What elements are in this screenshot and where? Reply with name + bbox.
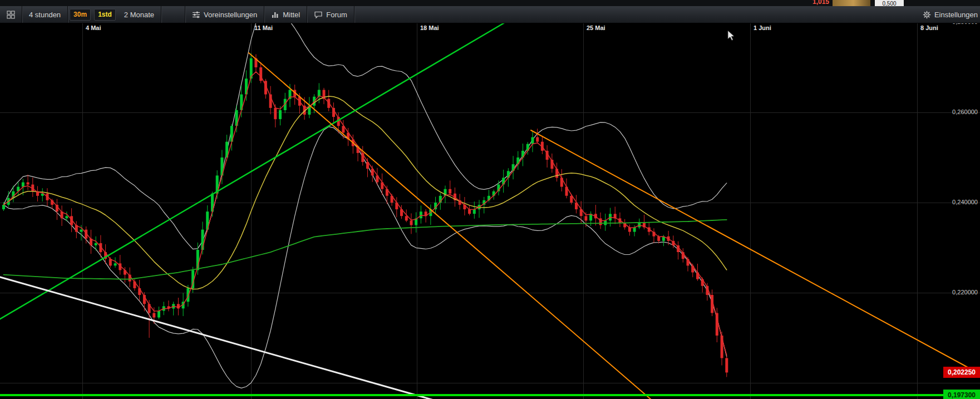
candle-body xyxy=(584,216,587,220)
candle-body xyxy=(725,358,728,373)
speech-bubble-icon xyxy=(314,11,323,19)
timeframe-1h-label: 1std xyxy=(98,11,112,18)
depth-bar-fragment xyxy=(833,0,870,6)
candle-body xyxy=(449,189,451,194)
candle-body xyxy=(65,216,68,218)
candle-body xyxy=(114,263,117,265)
candle-body xyxy=(279,110,282,119)
candle-body xyxy=(410,220,413,225)
timeframe-4h-button[interactable]: 4 stunden xyxy=(22,6,67,23)
forum-button[interactable]: Forum xyxy=(307,6,354,23)
downtrend-white-line[interactable] xyxy=(0,275,440,399)
layout-grid-button[interactable] xyxy=(0,6,22,23)
sliders-icon xyxy=(192,11,200,19)
candle-body xyxy=(152,313,155,318)
candle-body xyxy=(177,304,180,308)
timeframe-30m-button[interactable]: 30m xyxy=(70,9,91,21)
support-price-badge: 0,197300 xyxy=(943,390,980,399)
uptrend-green-line[interactable] xyxy=(0,17,515,327)
toolbar-separator xyxy=(161,6,161,23)
top-strip: 1,015 0,500 xyxy=(0,0,980,6)
chart-canvas[interactable] xyxy=(0,0,980,399)
candle-body xyxy=(274,108,277,119)
candle-body xyxy=(468,209,471,214)
bollinger-lower-band xyxy=(4,127,727,388)
range-2-months-button[interactable]: 2 Monate xyxy=(117,6,161,23)
current-price-badge: 0,202250 xyxy=(943,367,980,378)
timeframe-1h-button[interactable]: 1std xyxy=(94,9,116,21)
toolbar-separator xyxy=(67,6,68,23)
forum-label: Forum xyxy=(326,11,347,19)
candle-body xyxy=(157,311,160,317)
candle-body xyxy=(405,216,408,220)
candle-body xyxy=(80,230,83,232)
candle-body xyxy=(536,137,539,142)
settings-button[interactable]: Einstellungen xyxy=(916,6,980,23)
candle-body xyxy=(95,243,97,245)
presets-button[interactable]: Voreinstellungen xyxy=(185,6,264,23)
range-2-months-label: 2 Monate xyxy=(124,11,154,19)
sell-price-fragment: 1,015 xyxy=(812,0,829,6)
bollinger-upper-band xyxy=(4,4,727,249)
gear-icon xyxy=(923,11,931,19)
chart-toolbar: 4 stunden 30m 1std 2 Monate Voreinstellu… xyxy=(0,6,980,23)
settings-label: Einstellungen xyxy=(934,11,978,19)
candle-body xyxy=(473,209,476,214)
sma-green-line xyxy=(4,220,727,279)
grid-icon xyxy=(7,11,15,19)
spread-value-fragment: 0,500 xyxy=(875,0,904,6)
presets-label: Voreinstellungen xyxy=(204,11,257,19)
downtrend-orange-outer-line[interactable] xyxy=(531,130,980,374)
candle-body xyxy=(2,205,5,209)
timeframe-30m-label: 30m xyxy=(73,11,87,18)
candle-body xyxy=(531,137,534,144)
candle-body xyxy=(22,183,24,187)
ema-red-line xyxy=(4,72,727,355)
indicators-label: Mittel xyxy=(283,11,300,19)
bar-chart-icon xyxy=(271,11,279,19)
candle-body xyxy=(186,288,189,302)
toolbar-separator xyxy=(354,6,354,23)
candle-body xyxy=(27,183,29,185)
indicators-button[interactable]: Mittel xyxy=(264,6,307,23)
timeframe-4h-label: 4 stunden xyxy=(29,11,61,19)
